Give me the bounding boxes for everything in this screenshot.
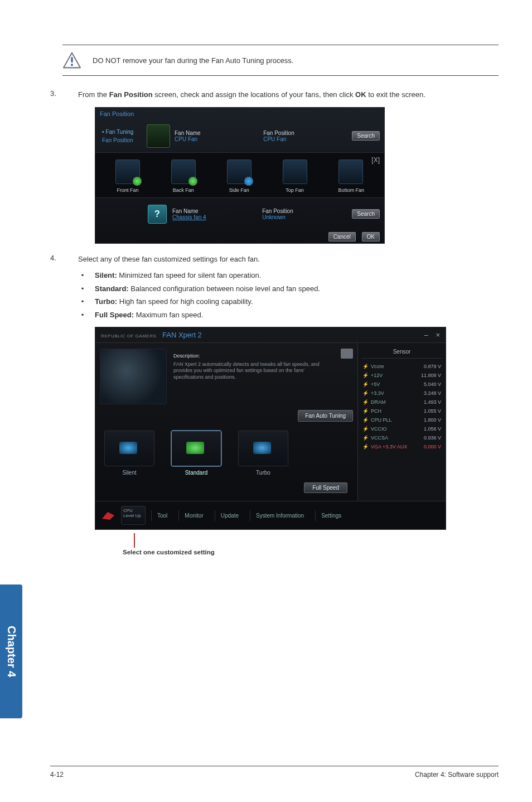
sensor-row: ⚡+5V5.040 V [361, 380, 442, 389]
sensor-row: ⚡CPU PLL1.800 V [361, 416, 442, 424]
fan-preview-image [100, 349, 167, 404]
sensor-row-warning: ⚡VGA +3.3V AUX0.000 V [361, 442, 442, 451]
step-4-body: Select any of these fan customized setti… [78, 254, 499, 265]
bullet-icon: • [80, 296, 85, 307]
fan-position-label: Fan Position [262, 208, 346, 214]
fan-icon [227, 160, 252, 184]
fan-name-label: Fan Name [175, 130, 259, 136]
bullet-label: Turbo: [95, 297, 117, 306]
rog-logo-icon [101, 510, 115, 521]
fan-name-value: CPU Fan [175, 136, 259, 142]
bullet-fullspeed: • Full Speed: Maximum fan speed. [80, 310, 499, 321]
sidebar-item-fan-position[interactable]: Fan Position [100, 136, 142, 144]
ok-button[interactable]: OK [362, 232, 380, 241]
fan-position-label: Fan Position [263, 130, 347, 136]
chapter-title: Chapter 4: Software support [415, 771, 499, 779]
cancel-button[interactable]: Cancel [328, 232, 356, 241]
preset-standard[interactable]: Standard [171, 431, 221, 476]
sensor-row: ⚡+12V11.808 V [361, 371, 442, 380]
fan-slot-label: Bottom Fan [338, 187, 365, 193]
tab-system-information[interactable]: System Information [250, 510, 309, 521]
bullet-icon: • [80, 270, 85, 281]
fan-position-screenshot: Fan Position • Fan Tuning Fan Position F… [95, 107, 385, 244]
svg-rect-1 [71, 57, 72, 62]
note-box: DO NOT remove your fan during the Fan Au… [62, 45, 499, 76]
sensor-row: ⚡DRAM1.493 V [361, 398, 442, 407]
t: screen, check and assign the locations o… [153, 90, 355, 99]
close-icon[interactable]: [X] [371, 156, 380, 164]
bullet-label: Full Speed: [95, 311, 134, 319]
fan-xpert-screenshot: REPUBLIC OF GAMERS FAN Xpert 2 – × Descr… [95, 327, 446, 530]
tab-monitor[interactable]: Monitor [178, 510, 209, 521]
fan-slot-top[interactable]: Top Fan [283, 160, 307, 193]
svg-point-2 [71, 64, 73, 66]
preset-icon [104, 431, 154, 466]
preset-icon [171, 431, 221, 466]
sidebar-item-fan-tuning[interactable]: • Fan Tuning [100, 128, 142, 136]
full-speed-button[interactable]: Full Speed [304, 482, 347, 493]
sensor-row: ⚡PCH1.055 V [361, 407, 442, 416]
fan-position-value: CPU Fan [263, 136, 347, 142]
step-3-body: From the Fan Position screen, check and … [78, 89, 499, 100]
search-button[interactable]: Search [352, 209, 380, 219]
minimize-icon[interactable]: – [424, 331, 428, 339]
bullet-silent: • Silent: Minimized fan speed for silent… [80, 270, 499, 281]
fan-thumbnail [147, 124, 170, 148]
step-3-number: 3. [50, 89, 60, 100]
bullet-turbo: • Turbo: High fan speed for high cooling… [80, 296, 499, 307]
bullet-icon: • [80, 283, 85, 294]
preset-icon [238, 431, 288, 466]
close-icon[interactable]: × [436, 331, 440, 339]
note-text: DO NOT remove your fan during the Fan Au… [93, 56, 293, 65]
sensor-row: ⚡VCCIO1.056 V [361, 424, 442, 433]
description-text: FAN Xpert 2 automatically detects and tw… [173, 361, 334, 381]
description-header: Description: [173, 353, 334, 360]
fan-slot-label: Side Fan [227, 187, 252, 193]
sensor-row: ⚡VCCSA0.936 V [361, 433, 442, 442]
page-footer: 4-12 Chapter 4: Software support [50, 766, 499, 779]
fan-name-label: Fan Name [172, 208, 257, 214]
step-4: 4. Select any of these fan customized se… [50, 254, 499, 265]
unknown-fan-icon: ? [148, 205, 167, 224]
fan-slot-front[interactable]: Front Fan [115, 160, 140, 193]
fan-icon [283, 160, 307, 184]
bullet-label: Standard: [95, 284, 129, 293]
fan-slot-label: Top Fan [283, 187, 307, 193]
tab-update[interactable]: Update [215, 510, 244, 521]
t: Fan Position [109, 90, 153, 99]
t: From the [78, 90, 109, 99]
t: to exit the screen. [366, 90, 425, 99]
bullet-standard: • Standard: Balanced configuration betwe… [80, 283, 499, 294]
fan-slot-bottom[interactable]: Bottom Fan [338, 160, 365, 193]
edit-icon[interactable] [341, 349, 353, 359]
fan-name-value[interactable]: Chassis fan 4 [172, 214, 257, 220]
fan-slot-label: Back Fan [171, 187, 196, 193]
bullet-desc: Maximum fan speed. [134, 311, 203, 319]
page-number: 4-12 [50, 771, 64, 779]
tab-tool[interactable]: Tool [151, 510, 173, 521]
fan-slot-side[interactable]: Side Fan [227, 160, 252, 193]
fan-icon [115, 160, 140, 184]
preset-silent[interactable]: Silent [104, 431, 154, 476]
sensor-row: ⚡+3.3V3.248 V [361, 389, 442, 398]
bullet-desc: Minimized fan speed for silent fan opera… [117, 271, 262, 279]
app-title: FAN Xpert 2 [162, 331, 202, 339]
preset-label: Silent [104, 470, 154, 476]
search-button[interactable]: Search [352, 131, 380, 141]
tab-settings[interactable]: Settings [315, 510, 347, 521]
fan-icon [171, 160, 196, 184]
bullet-label: Silent: [95, 271, 117, 279]
preset-turbo[interactable]: Turbo [238, 431, 288, 476]
fan-slot-label: Front Fan [115, 187, 140, 193]
bullet-desc: High fan speed for high cooling capabili… [117, 297, 253, 306]
step-3: 3. From the Fan Position screen, check a… [50, 89, 499, 100]
cpu-level-up-tile[interactable]: CPU Level Up [121, 506, 146, 525]
step-4-number: 4. [50, 254, 60, 265]
fan-slot-back[interactable]: Back Fan [171, 160, 196, 193]
callout-label: Select one customized setting [123, 549, 499, 555]
rog-branding: REPUBLIC OF GAMERS [101, 334, 156, 339]
bullet-icon: • [80, 310, 85, 321]
fan-auto-tuning-button[interactable]: Fan Auto Tuning [298, 410, 353, 422]
chapter-tab: Chapter 4 [0, 584, 22, 718]
sensor-header: Sensor [361, 346, 442, 359]
